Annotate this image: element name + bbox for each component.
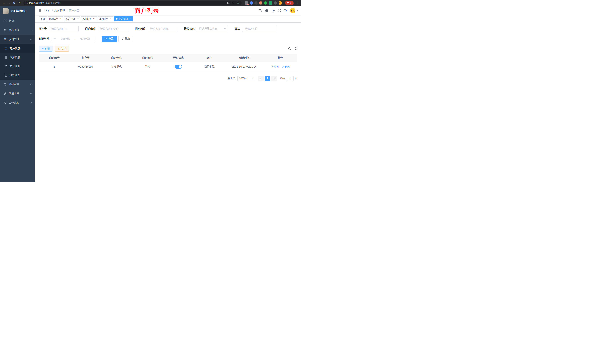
sidebar-item-home[interactable]: 首页: [0, 16, 35, 26]
total-count: 1: [230, 77, 233, 80]
url-host: localhost:1024: [29, 2, 44, 4]
font-size-icon[interactable]: [284, 9, 287, 12]
sidebar-item-infrastructure[interactable]: 基础设施: [0, 80, 35, 89]
breadcrumb-item[interactable]: 首页: [45, 9, 50, 12]
fullscreen-icon[interactable]: [278, 9, 281, 12]
sidebar-item-label: 研发工具: [9, 92, 19, 95]
breadcrumb-item[interactable]: 支付管理: [54, 9, 65, 12]
prev-page-button[interactable]: [258, 76, 264, 81]
caret-down-icon: [252, 78, 254, 79]
browser-update-button[interactable]: 更新: [285, 1, 294, 5]
user-avatar-menu[interactable]: [290, 8, 298, 13]
close-icon[interactable]: [59, 18, 62, 20]
monitor-icon: [4, 83, 7, 86]
extension-icon[interactable]: [264, 1, 267, 5]
tab-home[interactable]: 首页: [39, 17, 47, 21]
extension-icon[interactable]: [269, 1, 272, 5]
browser-menu-icon[interactable]: [295, 0, 300, 6]
merchant-no-input[interactable]: [49, 26, 79, 32]
merchant-fullname-input[interactable]: [98, 26, 129, 32]
tab-user-group[interactable]: 用户分组: [64, 17, 80, 21]
tab-merchant-info[interactable]: 商户信息: [114, 17, 133, 21]
field-label: 商户全称: [85, 27, 96, 30]
edit-button[interactable]: 修改: [271, 65, 279, 68]
tabs-bar: 首页 流程表单 用户分组 支付订单 退款订单 商户信息: [35, 15, 301, 23]
sidebar-subitem-pay-order[interactable]: 支付订单: [0, 62, 35, 71]
extension-icon[interactable]: [255, 1, 258, 5]
cell-merchant-no: M233666999: [70, 62, 101, 72]
sidebar-item-label: 基础设施: [9, 83, 19, 86]
search-icon[interactable]: [258, 9, 262, 12]
app-logo[interactable]: 芋道管理系统: [0, 6, 35, 16]
create-time-range-picker[interactable]: 开始日期 - 结束日期: [52, 36, 95, 42]
dashboard-icon: [4, 20, 7, 22]
bookmark-star-icon[interactable]: [237, 1, 239, 5]
reset-button-label: 重置: [125, 37, 130, 40]
field-label: 商户号: [39, 27, 47, 30]
site-info-icon[interactable]: [26, 1, 28, 5]
status-toggle[interactable]: [175, 65, 182, 69]
sidebar-subitem-refund-order[interactable]: 退款订单: [0, 71, 35, 80]
export-button[interactable]: 导出: [55, 46, 69, 52]
browser-back-icon[interactable]: [1, 0, 6, 6]
sidebar-subitem-label: 退款订单: [10, 74, 20, 77]
sidebar-subitem-merchant-info[interactable]: 商户信息: [0, 44, 35, 53]
total-prefix: 共: [228, 77, 230, 80]
close-icon[interactable]: [76, 18, 78, 20]
tab-flow-form[interactable]: 流程表单: [48, 17, 63, 21]
tab-label: 退款订单: [99, 17, 108, 20]
delete-button[interactable]: 删除: [282, 65, 290, 68]
breadcrumb-separator: [52, 9, 53, 12]
help-icon[interactable]: [271, 9, 275, 12]
sidebar-item-label: 系统管理: [9, 29, 19, 32]
tab-pay-order[interactable]: 支付订单: [81, 17, 97, 21]
workflow-icon: [4, 101, 7, 104]
github-icon[interactable]: [265, 9, 269, 12]
chevron-down-icon: [30, 83, 32, 85]
close-icon[interactable]: [129, 18, 131, 20]
search-button[interactable]: 搜索: [102, 36, 117, 42]
remark-input[interactable]: [242, 26, 277, 32]
end-date-placeholder: 结束日期: [77, 37, 93, 40]
next-page-button[interactable]: [271, 76, 277, 81]
page-number-button[interactable]: 1: [265, 76, 270, 81]
merchant-shortname-input[interactable]: [148, 26, 177, 32]
sidebar-collapse-icon[interactable]: [38, 9, 42, 12]
cell-remark: 我是备注: [194, 62, 225, 72]
cell-create-time: 2021-10-23 08:31:14: [225, 62, 264, 72]
page-size-select[interactable]: 10条/页: [237, 76, 255, 81]
cell-merchant-id: 1: [39, 62, 70, 72]
browser-home-icon[interactable]: [17, 0, 22, 6]
sidebar-item-dev-tools[interactable]: 研发工具: [0, 89, 35, 98]
address-bar[interactable]: localhost:1024 /pay/merchant: [23, 1, 241, 5]
pagination-total: 共 1 条: [228, 77, 235, 80]
goto-page-input[interactable]: [286, 76, 294, 81]
status-select[interactable]: 请选择开启状态: [197, 26, 228, 32]
browser-forward-icon[interactable]: [6, 0, 11, 6]
extension-icon[interactable]: [250, 1, 253, 5]
add-button[interactable]: 新增: [39, 46, 53, 52]
sidebar-item-workflow[interactable]: 工作流程: [0, 98, 35, 107]
sidebar-item-payment[interactable]: ¥ 支付管理: [0, 35, 35, 44]
sidebar-subitem-app-info[interactable]: 应用信息: [0, 53, 35, 62]
col-header: 商户简称: [132, 54, 163, 62]
share-icon[interactable]: [232, 1, 235, 4]
browser-profile-avatar[interactable]: [279, 1, 282, 5]
password-key-icon[interactable]: [226, 1, 229, 4]
sidebar-item-system[interactable]: 系统管理: [0, 26, 35, 35]
extension-badge: 10: [247, 3, 249, 5]
refresh-table-icon[interactable]: [294, 47, 297, 50]
toggle-search-icon[interactable]: [288, 47, 291, 50]
edit-label: 修改: [274, 65, 279, 68]
browser-reload-icon[interactable]: [11, 0, 17, 6]
extension-icon[interactable]: 10: [245, 1, 248, 5]
close-icon[interactable]: [93, 18, 95, 20]
tab-refund-order[interactable]: 退款订单: [98, 17, 113, 21]
col-header: 商户号: [70, 54, 101, 62]
extension-icon[interactable]: [259, 1, 262, 5]
extension-icon[interactable]: [274, 1, 277, 5]
close-icon[interactable]: [109, 18, 112, 20]
chevron-up-icon: [30, 39, 32, 41]
calendar-icon: [54, 37, 56, 40]
reset-button[interactable]: 重置: [118, 36, 133, 42]
